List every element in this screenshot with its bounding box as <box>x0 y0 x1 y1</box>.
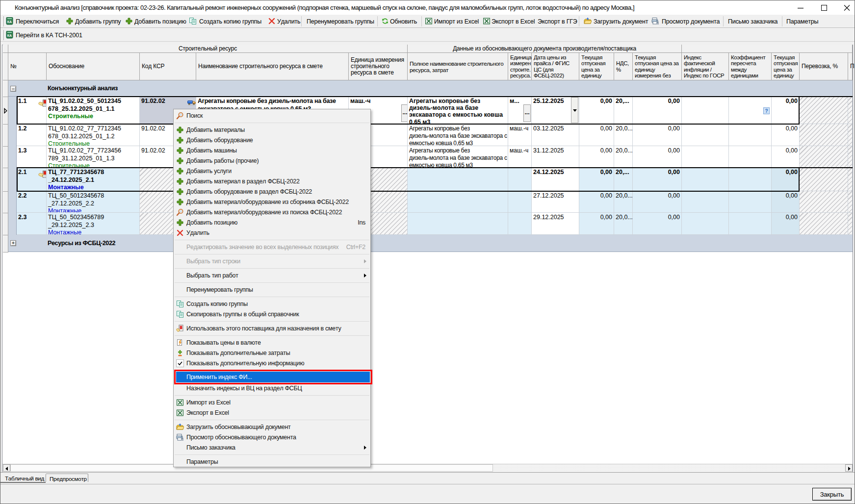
svg-text:КА: КА <box>7 34 12 37</box>
svg-text:КА: КА <box>7 20 12 24</box>
svg-text:?: ? <box>765 108 768 114</box>
